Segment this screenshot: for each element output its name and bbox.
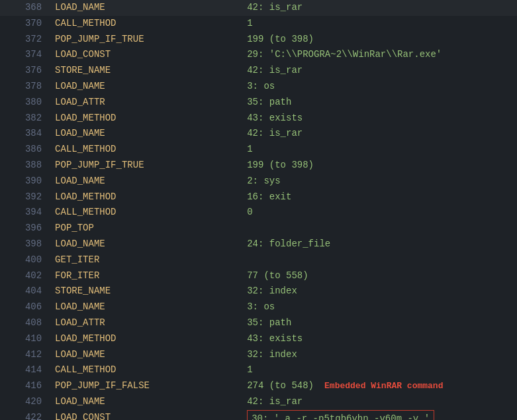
argument: 77 (to 558) <box>244 268 517 284</box>
opcode: FOR_ITER <box>52 268 244 284</box>
table-row: 378LOAD_NAME3: os <box>0 79 517 95</box>
opcode: POP_JUMP_IF_TRUE <box>52 32 244 48</box>
argument: 30: ' a -r -p5tgb6yhn -v60m -y ' <box>244 410 517 420</box>
table-row: 412LOAD_NAME32: index <box>0 347 517 363</box>
argument: 42: is_rar <box>244 126 517 142</box>
line-number: 368 <box>0 0 52 16</box>
argument: 35: path <box>244 315 517 331</box>
line-number: 376 <box>0 63 52 79</box>
line-number: 414 <box>0 362 52 378</box>
argument: 42: is_rar <box>244 63 517 79</box>
table-row: 368LOAD_NAME42: is_rar <box>0 0 517 16</box>
argument: 29: 'C:\\PROGRA~2\\WinRar\\Rar.exe' <box>244 47 517 63</box>
opcode: LOAD_CONST <box>52 410 244 420</box>
argument: 24: folder_file <box>244 236 517 252</box>
argument: 274 (to 548)Embedded WinRAR command <box>244 378 517 394</box>
table-row: 372POP_JUMP_IF_TRUE199 (to 398) <box>0 32 517 48</box>
argument: 3: os <box>244 299 517 315</box>
line-number: 402 <box>0 268 52 284</box>
table-row: 374LOAD_CONST29: 'C:\\PROGRA~2\\WinRar\\… <box>0 47 517 63</box>
line-number: 422 <box>0 410 52 420</box>
argument: 199 (to 398) <box>244 32 517 48</box>
opcode: LOAD_NAME <box>52 0 244 16</box>
line-number: 390 <box>0 174 52 189</box>
table-row: 382LOAD_METHOD43: exists <box>0 111 517 127</box>
argument: 42: is_rar <box>244 0 517 16</box>
argument: 16: exit <box>244 189 517 205</box>
opcode: GET_ITER <box>52 252 244 268</box>
opcode: POP_TOP <box>52 221 244 236</box>
table-row: 408LOAD_ATTR35: path <box>0 315 517 331</box>
table-row: 416POP_JUMP_IF_FALSE274 (to 548)Embedded… <box>0 378 517 394</box>
table-row: 422LOAD_CONST30: ' a -r -p5tgb6yhn -v60m… <box>0 410 517 420</box>
argument: 3: os <box>244 79 517 95</box>
opcode: LOAD_NAME <box>52 79 244 95</box>
table-row: 404STORE_NAME32: index <box>0 284 517 299</box>
opcode: STORE_NAME <box>52 284 244 299</box>
opcode: CALL_METHOD <box>52 205 244 221</box>
table-row: 410LOAD_METHOD43: exists <box>0 331 517 347</box>
line-number: 420 <box>0 394 52 410</box>
line-number: 384 <box>0 126 52 142</box>
opcode: LOAD_NAME <box>52 299 244 315</box>
opcode: POP_JUMP_IF_TRUE <box>52 158 244 174</box>
line-number: 388 <box>0 158 52 174</box>
line-number: 412 <box>0 347 52 363</box>
argument: 0 <box>244 205 517 221</box>
line-number: 392 <box>0 189 52 205</box>
table-row: 384LOAD_NAME42: is_rar <box>0 126 517 142</box>
argument: 32: index <box>244 284 517 299</box>
argument: 2: sys <box>244 174 517 189</box>
argument <box>244 252 517 268</box>
boxed-arg: 30: ' a -r -p5tgb6yhn -v60m -y ' <box>247 410 434 420</box>
table-row: 394CALL_METHOD0 <box>0 205 517 221</box>
table-row: 370CALL_METHOD1 <box>0 16 517 32</box>
arg-text: 274 (to 548) <box>247 378 314 394</box>
opcode: LOAD_METHOD <box>52 111 244 127</box>
line-number: 406 <box>0 299 52 315</box>
table-row: 392LOAD_METHOD16: exit <box>0 189 517 205</box>
opcode: LOAD_NAME <box>52 174 244 189</box>
argument: 199 (to 398) <box>244 158 517 174</box>
argument <box>244 221 517 236</box>
table-row: 388POP_JUMP_IF_TRUE199 (to 398) <box>0 158 517 174</box>
opcode: LOAD_NAME <box>52 126 244 142</box>
table-row: 396POP_TOP <box>0 221 517 236</box>
opcode: POP_JUMP_IF_FALSE <box>52 378 244 394</box>
line-number: 410 <box>0 331 52 347</box>
line-number: 374 <box>0 47 52 63</box>
line-number: 370 <box>0 16 52 32</box>
argument: 32: index <box>244 347 517 363</box>
table-row: 402FOR_ITER77 (to 558) <box>0 268 517 284</box>
disassembly-table: 368LOAD_NAME42: is_rar370CALL_METHOD1372… <box>0 0 517 420</box>
line-number: 408 <box>0 315 52 331</box>
opcode: LOAD_ATTR <box>52 315 244 331</box>
table-row: 380LOAD_ATTR35: path <box>0 95 517 111</box>
line-number: 382 <box>0 111 52 127</box>
opcode: LOAD_CONST <box>52 47 244 63</box>
argument: 1 <box>244 142 517 158</box>
line-number: 372 <box>0 32 52 48</box>
opcode: STORE_NAME <box>52 63 244 79</box>
line-number: 394 <box>0 205 52 221</box>
annotation-label: Embedded WinRAR command <box>324 379 443 394</box>
opcode: LOAD_METHOD <box>52 189 244 205</box>
table-row: 406LOAD_NAME3: os <box>0 299 517 315</box>
line-number: 404 <box>0 284 52 299</box>
argument: 43: exists <box>244 331 517 347</box>
argument: 43: exists <box>244 111 517 127</box>
argument: 1 <box>244 362 517 378</box>
opcode: LOAD_METHOD <box>52 331 244 347</box>
line-number: 400 <box>0 252 52 268</box>
argument: 42: is_rar <box>244 394 517 410</box>
opcode: LOAD_NAME <box>52 347 244 363</box>
line-number: 386 <box>0 142 52 158</box>
table-row: 386CALL_METHOD1 <box>0 142 517 158</box>
opcode: CALL_METHOD <box>52 362 244 378</box>
argument: 35: path <box>244 95 517 111</box>
opcode: LOAD_NAME <box>52 236 244 252</box>
line-number: 380 <box>0 95 52 111</box>
table-row: 400GET_ITER <box>0 252 517 268</box>
line-number: 378 <box>0 79 52 95</box>
table-row: 420LOAD_NAME42: is_rar <box>0 394 517 410</box>
